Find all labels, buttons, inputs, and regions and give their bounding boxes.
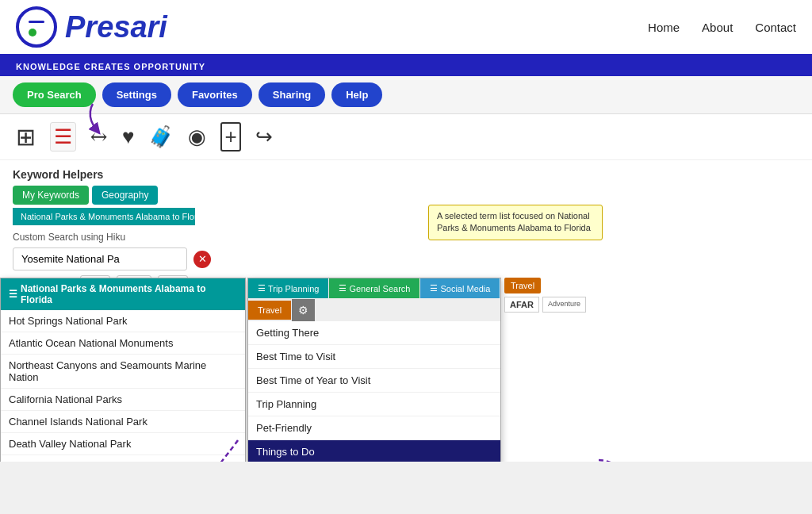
search-input[interactable] xyxy=(13,247,187,270)
travel-logos: Travel AFAR Adventure xyxy=(504,278,586,462)
icon-bar: ⊞ ☰ ⤢ ♥ 🧳 ◉ + ↪ xyxy=(0,114,812,160)
travel-label: Travel xyxy=(504,278,541,293)
geography-tab[interactable]: Geography xyxy=(92,186,158,205)
trip-planning-tab[interactable]: ☰ Trip Planning xyxy=(248,278,328,298)
afar-logo[interactable]: AFAR xyxy=(504,297,539,313)
menu-1: ☰ National Parks & Monuments Alabama to … xyxy=(0,278,246,462)
custom-search-label: Custom Search using Hiku xyxy=(13,232,125,243)
arrow-annotation xyxy=(73,100,113,143)
header: Presari Home About Contact xyxy=(0,0,812,57)
menu-2-items: Getting There Best Time to Visit Best Ti… xyxy=(248,321,500,462)
list-item[interactable]: Joshua Tree National Park xyxy=(1,455,245,462)
list-item[interactable]: Getting There xyxy=(248,321,500,345)
heart-icon[interactable]: ♥ xyxy=(122,125,134,149)
list-item[interactable]: Atlantic Ocean National Monuments xyxy=(1,332,245,355)
menu-1-header: ☰ National Parks & Monuments Alabama to … xyxy=(1,278,245,310)
list-item[interactable]: Trip Planning xyxy=(248,393,500,416)
list-item[interactable]: Death Valley National Park xyxy=(1,433,245,455)
nav-contact[interactable]: Contact xyxy=(755,21,796,34)
briefcase-icon[interactable]: 🧳 xyxy=(148,125,174,149)
custom-search-row: Custom Search using Hiku xyxy=(13,232,799,243)
tooltip-box: A selected term list focused on National… xyxy=(428,205,603,240)
list-item[interactable]: Pet-Friendly xyxy=(248,416,500,440)
main-content: Keyword Helpers My Keywords Geography Na… xyxy=(0,160,812,462)
nav-about[interactable]: About xyxy=(702,21,733,34)
general-search-tab[interactable]: ☰ General Search xyxy=(329,278,419,298)
list-item-selected[interactable]: Things to Do xyxy=(248,440,500,462)
logo-icon xyxy=(16,6,57,48)
np-tab-1[interactable]: National Parks & Monuments Alabama to Fl… xyxy=(13,208,195,225)
grid-icon[interactable]: ⊞ xyxy=(16,123,36,151)
header-right: Home About Contact xyxy=(648,21,796,34)
list-item[interactable]: Channel Islands National Park xyxy=(1,411,245,433)
search-input-row: ✕ xyxy=(13,247,799,270)
clear-search-button[interactable]: ✕ xyxy=(193,251,211,268)
list-item[interactable]: Hot Springs National Park xyxy=(1,310,245,332)
plus-box-icon[interactable]: + xyxy=(220,122,240,152)
toolbar: Pro Search Settings Favorites Sharing He… xyxy=(0,76,812,114)
menu-1-items: Hot Springs National Park Atlantic Ocean… xyxy=(1,310,245,462)
travel-tab[interactable]: Travel xyxy=(248,301,291,320)
menu-2: ☰ Trip Planning ☰ General Search ☰ Socia… xyxy=(247,278,501,462)
favorites-button[interactable]: Favorites xyxy=(178,82,252,107)
social-media-tab[interactable]: ☰ Social Media xyxy=(420,278,500,298)
dropdowns-container: ☰ National Parks & Monuments Alabama to … xyxy=(0,278,586,462)
list-item[interactable]: Best Time to Visit xyxy=(248,345,500,369)
my-keywords-tab[interactable]: My Keywords xyxy=(13,186,89,205)
kw-tabs-row: My Keywords Geography xyxy=(13,186,799,205)
keyword-helpers-label: Keyword Helpers xyxy=(13,168,799,181)
logo-text: Presari xyxy=(65,10,167,44)
share-icon[interactable]: ↪ xyxy=(255,125,273,149)
headphones-icon[interactable]: ◉ xyxy=(188,125,206,149)
adventure-logo[interactable]: Adventure xyxy=(542,297,586,313)
sharing-button[interactable]: Sharing xyxy=(259,82,325,107)
np-tabs-row: National Parks & Monuments Alabama to Fl… xyxy=(13,208,799,225)
tooltip-text: A selected term list focused on National… xyxy=(437,211,591,232)
list-item[interactable]: Northeast Canyons and Seamounts Marine N… xyxy=(1,355,245,389)
menu-2-subtabs: ☰ Trip Planning ☰ General Search ☰ Socia… xyxy=(248,278,500,321)
help-button[interactable]: Help xyxy=(331,82,382,107)
list-item[interactable]: California National Parks xyxy=(1,389,245,411)
tagline: KNOWLEDGE CREATES OPPORTUNITY xyxy=(16,62,205,71)
logo-area: Presari xyxy=(16,6,167,48)
settings-gear-btn[interactable]: ⚙ xyxy=(292,299,315,321)
nav-home[interactable]: Home xyxy=(648,21,680,34)
nav-bar: KNOWLEDGE CREATES OPPORTUNITY xyxy=(0,57,812,76)
dashed-arrow-3 xyxy=(595,452,674,462)
list-item[interactable]: Best Time of Year to Visit xyxy=(248,369,500,393)
